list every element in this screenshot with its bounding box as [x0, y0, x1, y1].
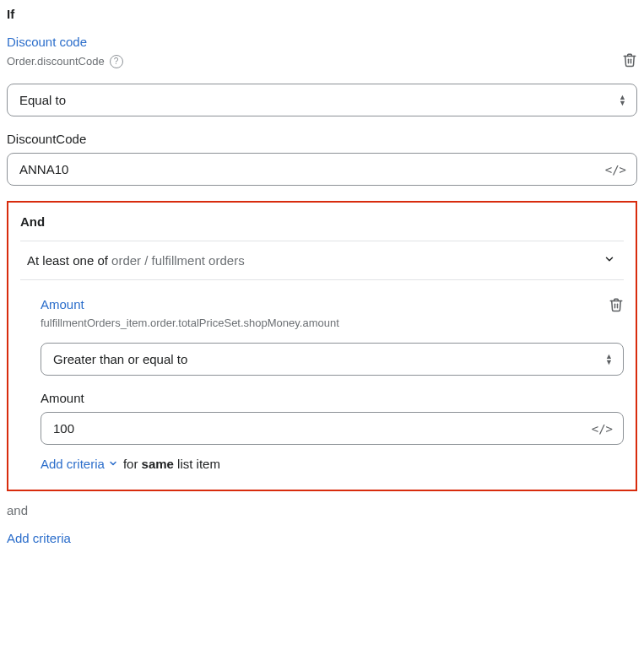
same-list-item-text: for same list item [123, 457, 220, 471]
nested-header-left: Amount fulfillmentOrders_item.order.tota… [41, 297, 339, 329]
operator-select-top-value: Equal to [19, 93, 66, 107]
same-prefix: for [123, 457, 142, 471]
bottom-add-criteria-link[interactable]: Add criteria [7, 531, 71, 545]
discount-code-path-text: Order.discountCode [7, 55, 105, 68]
amount-value-label: Amount [41, 391, 624, 405]
operator-select-nested-value: Greater than or equal to [53, 352, 187, 366]
select-chevrons-icon: ▲▼ [605, 354, 613, 365]
add-criteria-row: Add criteria for same list item [41, 457, 624, 471]
lower-and-label: and [7, 503, 637, 517]
same-suffix: list item [174, 457, 220, 471]
trash-icon[interactable] [609, 297, 624, 315]
and-label: And [20, 214, 624, 229]
discount-code-value-input[interactable]: ANNA10 </> [7, 153, 637, 186]
if-label: If [7, 7, 637, 21]
amount-path: fulfillmentOrders_item.order.totalPriceS… [41, 317, 339, 329]
discount-code-field-link[interactable]: Discount code [7, 35, 637, 49]
discount-code-value-text: ANNA10 [19, 162, 68, 176]
collapse-muted: order / fulfillment orders [111, 253, 245, 268]
chevron-down-icon [603, 253, 615, 268]
operator-select-nested[interactable]: Greater than or equal to ▲▼ [41, 343, 624, 376]
chevron-down-icon [108, 458, 118, 470]
collapse-text: At least one of order / fulfillment orde… [27, 253, 245, 268]
help-icon[interactable]: ? [110, 55, 123, 68]
add-criteria-text: Add criteria [41, 457, 105, 471]
nested-content: Amount fulfillmentOrders_item.order.tota… [20, 280, 624, 471]
trash-icon[interactable] [622, 52, 637, 70]
discount-code-path: Order.discountCode ? [7, 55, 123, 68]
same-bold: same [142, 457, 174, 471]
code-icon[interactable]: </> [605, 163, 626, 176]
code-icon[interactable]: </> [592, 422, 613, 436]
amount-value-text: 100 [53, 421, 74, 436]
operator-select-top[interactable]: Equal to ▲▼ [7, 84, 637, 116]
discount-code-value-label: DiscountCode [7, 132, 637, 146]
amount-value-input[interactable]: 100 </> [41, 412, 624, 445]
collapse-row[interactable]: At least one of order / fulfillment orde… [20, 241, 624, 280]
and-condition-group: And At least one of order / fulfillment … [7, 201, 637, 491]
amount-field-link[interactable]: Amount [41, 297, 339, 311]
select-chevrons-icon: ▲▼ [619, 95, 626, 106]
discount-code-path-row: Order.discountCode ? [7, 52, 637, 70]
add-criteria-link[interactable]: Add criteria [41, 457, 118, 471]
collapse-prefix: At least one of [27, 253, 111, 268]
nested-header-row: Amount fulfillmentOrders_item.order.tota… [41, 297, 624, 329]
